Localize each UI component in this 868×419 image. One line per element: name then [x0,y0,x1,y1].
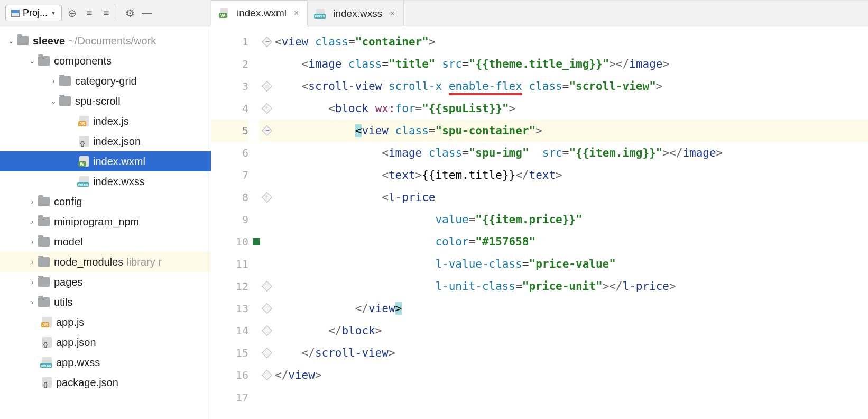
tree-file-app-js[interactable]: app.js [0,312,211,332]
tree-folder-spu-scroll[interactable]: ⌄ spu-scroll [0,91,211,111]
line-number: 5 [211,120,248,142]
line-number: 12 [211,275,248,297]
fold-icon[interactable] [262,103,272,114]
file-name: app.json [56,336,96,349]
code-line [275,386,868,408]
folder-icon [38,277,50,287]
fold-icon[interactable] [262,81,272,92]
collapse-icon[interactable]: ≡ [100,7,113,20]
target-icon[interactable]: ⊕ [66,7,79,20]
line-number: 14 [211,320,248,342]
divider [118,6,118,21]
editor-tabs: index.wxml × index.wxss × [211,0,868,26]
chevron-down-icon: ⌄ [5,37,17,45]
fold-gutter [259,26,275,419]
tree-folder-utils[interactable]: › utils [0,292,211,312]
code-line: <scroll-view scroll-x enable-flex class=… [275,75,868,97]
file-name: index.wxss [93,176,145,188]
tree-file-index-json[interactable]: index.json [0,131,211,151]
gear-icon[interactable]: ⚙ [124,7,136,20]
folder-name: utils [54,296,73,308]
file-name: package.json [56,377,118,389]
fold-icon[interactable] [262,325,272,336]
code-line: </view> [275,297,868,320]
line-number: 13 [211,297,248,320]
folder-icon [38,237,50,247]
wxss-file-icon [79,176,89,187]
code-content[interactable]: <view class="container"> <image class="t… [275,26,868,419]
minimize-icon[interactable]: — [141,7,153,20]
tree-folder-components[interactable]: ⌄ components [0,51,211,71]
file-name: index.wxml [93,156,145,168]
folder-hint: library r [126,256,162,268]
line-number: 7 [211,164,248,186]
tree-folder-model[interactable]: › model [0,232,211,252]
code-line: <l-price [275,186,868,208]
change-marker-icon [253,238,260,245]
folder-name: model [54,236,82,248]
fold-icon[interactable] [262,281,272,292]
chevron-right-icon: › [26,278,38,286]
code-line: <text>{{item.title}}</text> [275,164,868,186]
tree-root[interactable]: ⌄ sleeve ~/Documents/work [0,31,211,51]
chevron-right-icon: › [26,238,38,246]
tree-file-package-json[interactable]: package.json [0,372,211,393]
tree-folder-node-modules[interactable]: › node_modules library r [0,252,211,272]
wxml-file-icon [220,8,228,18]
folder-icon [38,297,50,307]
folder-path: ~/Documents/work [68,35,156,47]
close-icon[interactable]: × [294,8,299,18]
code-line: value="{{item.price}}" [275,208,868,231]
chevron-right-icon: › [26,258,38,266]
folder-icon [38,217,50,226]
fold-icon[interactable] [262,37,272,47]
fold-icon[interactable] [262,192,272,203]
code-line: <image class="title" src="{{theme.title_… [275,53,868,75]
code-line: </block> [275,320,868,342]
fold-icon[interactable] [262,370,272,380]
line-number: 1 [211,31,248,53]
wxml-file-icon [79,156,89,167]
tree-folder-miniprogram-npm[interactable]: › miniprogram_npm [0,212,211,232]
folder-name: config [54,196,82,208]
file-name: index.js [93,115,129,127]
tree-file-index-wxss[interactable]: index.wxss [0,171,211,192]
json-file-icon [42,337,52,348]
expand-icon[interactable]: ≡ [83,7,96,20]
tab-index-wxss[interactable]: index.wxss × [308,1,403,26]
wxss-file-icon [316,9,325,19]
tree-file-app-wxss[interactable]: app.wxss [0,352,211,372]
code-line: l-unit-class="price-unit"></l-price> [275,275,868,297]
tree-file-app-json[interactable]: app.json [0,332,211,352]
fold-icon[interactable] [262,348,272,358]
line-number: 3 [211,75,248,97]
chevron-down-icon: ▼ [51,10,56,16]
fold-icon[interactable] [262,125,272,136]
project-selector-button[interactable]: Proj... ▼ [5,5,62,21]
tree-folder-pages[interactable]: › pages [0,272,211,292]
code-line: <view class="container"> [275,31,868,53]
code-editor[interactable]: 1 2 3 4 5 6 7 8 9 10 11 12 13 14 15 16 1… [211,26,868,419]
tree-file-index-wxml[interactable]: index.wxml [0,151,211,171]
line-number-gutter: 1 2 3 4 5 6 7 8 9 10 11 12 13 14 15 16 1… [211,26,259,419]
file-name: app.js [56,316,84,329]
folder-icon [38,257,50,267]
line-number: 4 [211,97,248,120]
code-line: <view class="spu-container"> [275,120,868,142]
folder-name: spu-scroll [75,95,121,107]
folder-name: sleeve [33,35,65,47]
tab-index-wxml[interactable]: index.wxml × [211,1,308,26]
line-number: 9 [211,208,248,231]
chevron-right-icon: › [26,197,38,206]
file-name: index.json [93,135,141,148]
folder-icon [38,197,50,206]
tree-folder-config[interactable]: › config [0,192,211,212]
tree-file-index-js[interactable]: index.js [0,111,211,131]
chevron-right-icon: › [48,77,59,85]
line-number: 2 [211,53,248,75]
close-icon[interactable]: × [390,9,394,19]
fold-icon[interactable] [262,303,272,314]
chevron-down-icon: ⌄ [48,97,59,105]
tree-folder-category-grid[interactable]: › category-grid [0,71,211,91]
wxss-file-icon [42,357,52,368]
